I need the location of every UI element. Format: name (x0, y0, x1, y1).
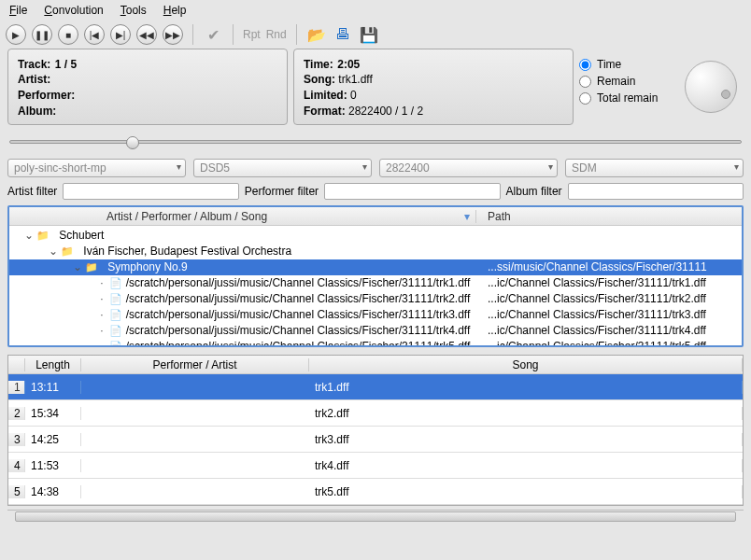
playlist-col-length[interactable]: Length (25, 358, 81, 371)
format-label: Format: (304, 105, 346, 118)
separator (192, 24, 193, 45)
check-icon[interactable]: ✔ (203, 24, 223, 45)
stop-icon[interactable]: ■ (58, 24, 78, 45)
performer-filter-label: Performer filter (245, 185, 319, 198)
album-filter-label: Album filter (506, 185, 562, 198)
dropdown-dsd[interactable]: DSD5 (193, 159, 372, 177)
folder-icon: 📁 (61, 245, 74, 257)
dropdown-modulator[interactable]: SDM (565, 159, 744, 177)
playlist-col-song[interactable]: Song (309, 358, 743, 371)
open-folder-icon[interactable]: 📂 (306, 24, 327, 45)
forward-icon[interactable]: ▶▶ (163, 24, 183, 45)
playlist-col-performer[interactable]: Performer / Artist (81, 358, 309, 371)
dropdown-resampler[interactable]: poly-sinc-short-mp (7, 159, 186, 177)
prev-track-icon[interactable]: |◀ (84, 24, 105, 45)
playlist-row[interactable]: 113:11trk1.dff (8, 374, 743, 400)
toolbar: ▶ ❚❚ ■ |◀ ▶| ◀◀ ▶▶ ✔ Rpt Rnd 📂 🖶 💾 (0, 21, 751, 49)
play-icon[interactable]: ▶ (6, 24, 26, 45)
file-icon: 📄 (109, 293, 122, 304)
menubar: FFileile Convolution Tools Help (0, 0, 751, 21)
folder-icon: 📁 (36, 230, 50, 241)
artist-filter-input[interactable] (63, 183, 238, 200)
playlist-row[interactable]: 314:25trk3.dff (8, 427, 743, 453)
performer-filter-input[interactable] (324, 183, 500, 200)
folder-icon: 📁 (85, 261, 98, 273)
horizontal-scrollbar[interactable] (7, 510, 744, 523)
volume-knob[interactable] (678, 49, 744, 125)
tree-row[interactable]: · 📄 /scratch/personal/jussi/music/Channe… (9, 275, 742, 291)
tree-row[interactable]: ⌄ 📁 Iván Fischer, Budapest Festival Orch… (9, 244, 742, 259)
save-icon[interactable]: 💾 (359, 24, 379, 45)
file-icon: 📄 (109, 341, 122, 347)
radio-total-remain[interactable]: Total remain (579, 91, 673, 105)
dropdown-rate[interactable]: 2822400 (379, 159, 558, 177)
menu-tools[interactable]: Tools (120, 4, 147, 17)
file-icon: 📄 (109, 325, 122, 336)
track-panel: Track: 1 / 5 Artist: Performer: Album: (7, 49, 288, 125)
repeat-button[interactable]: Rpt (243, 28, 261, 41)
time-value: 2:05 (337, 58, 360, 71)
time-mode-radios: Time Remain Total remain (579, 49, 673, 125)
file-icon: 📄 (109, 309, 122, 320)
tree-row[interactable]: · 📄 /scratch/personal/jussi/music/Channe… (9, 323, 742, 339)
limited-label: Limited: (304, 89, 347, 102)
time-panel: Time: 2:05 Song: trk1.dff Limited: 0 For… (293, 49, 574, 125)
playlist-row[interactable]: 514:38trk5.dff (8, 479, 743, 505)
format-value: 2822400 / 1 / 2 (348, 105, 423, 118)
song-value: trk1.dff (338, 73, 372, 86)
pause-icon[interactable]: ❚❚ (32, 24, 52, 45)
tree-col-path[interactable]: Path (476, 210, 742, 223)
menu-file[interactable]: FFileile (9, 4, 27, 17)
radio-remain[interactable]: Remain (579, 75, 673, 88)
track-value: 1 / 5 (55, 58, 77, 71)
random-button[interactable]: Rnd (266, 28, 287, 41)
radio-time[interactable]: Time (579, 58, 673, 71)
artist-label: Artist: (18, 73, 50, 86)
next-track-icon[interactable]: ▶| (110, 24, 131, 45)
file-icon: 📄 (109, 277, 122, 288)
performer-label: Performer: (18, 89, 75, 102)
tree-row[interactable]: · 📄 /scratch/personal/jussi/music/Channe… (9, 307, 742, 323)
tree-row[interactable]: ⌄ 📁 Symphony No.9...ssi/music/Channel Cl… (9, 259, 742, 275)
time-label: Time: (304, 58, 333, 71)
separator (296, 24, 297, 45)
playlist-row[interactable]: 215:34trk2.dff (8, 400, 743, 427)
menu-convolution[interactable]: Convolution (44, 4, 103, 17)
playlist-col-idx[interactable] (8, 358, 25, 371)
menu-help[interactable]: Help (163, 4, 187, 17)
playlist-row[interactable]: 411:53trk4.dff (8, 453, 743, 479)
rewind-icon[interactable]: ◀◀ (136, 24, 157, 45)
album-filter-input[interactable] (568, 183, 744, 200)
tree-row[interactable]: ⌄ 📁 Schubert (9, 228, 742, 244)
track-label: Track: (18, 58, 50, 71)
print-icon[interactable]: 🖶 (333, 24, 353, 45)
tree-col-main[interactable]: Artist / Performer / Album / Song (9, 210, 476, 223)
separator (233, 24, 234, 45)
tree-row[interactable]: · 📄 /scratch/personal/jussi/music/Channe… (9, 291, 742, 307)
library-tree: Artist / Performer / Album / Song Path ⌄… (7, 205, 744, 347)
playlist: Length Performer / Artist Song 113:11trk… (7, 355, 744, 506)
scrub-slider[interactable] (9, 136, 742, 147)
song-label: Song: (304, 73, 335, 86)
artist-filter-label: Artist filter (7, 185, 57, 198)
album-label: Album: (18, 105, 56, 118)
limited-value: 0 (350, 89, 357, 102)
tree-row[interactable]: · 📄 /scratch/personal/jussi/music/Channe… (9, 339, 742, 347)
